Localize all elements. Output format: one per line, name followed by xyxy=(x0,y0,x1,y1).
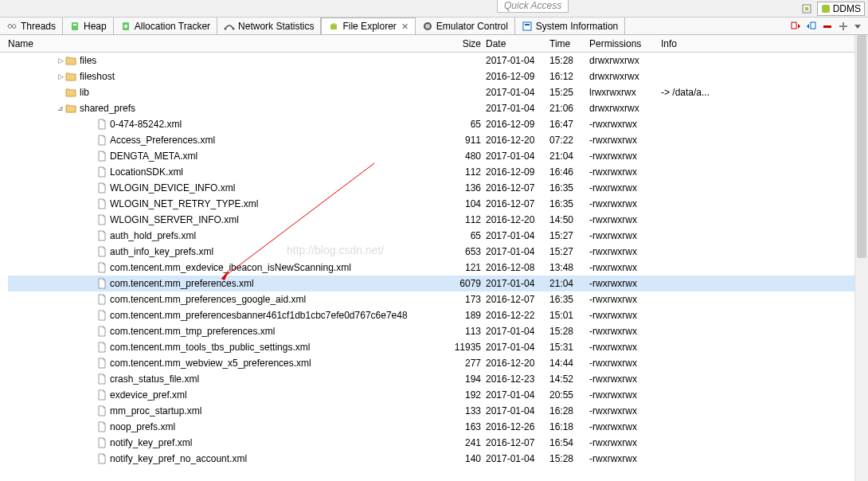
file-date: 2016-12-09 xyxy=(486,71,549,82)
file-permissions: -rwxrwxrwx xyxy=(589,326,661,337)
file-size: 113 xyxy=(446,326,486,337)
table-row[interactable]: crash_status_file.xml 194 2016-12-23 14:… xyxy=(8,371,868,387)
col-name-header[interactable]: Name xyxy=(8,38,446,49)
table-row[interactable]: mm_proc_startup.xml 133 2017-01-04 16:28… xyxy=(8,403,868,419)
file-icon xyxy=(97,182,107,194)
col-size-header[interactable]: Size xyxy=(446,38,486,49)
file-permissions: -rwxrwxrwx xyxy=(589,310,661,321)
col-info-header[interactable]: Info xyxy=(661,38,741,49)
expand-toggle[interactable]: ▷ xyxy=(56,57,65,65)
file-size: 121 xyxy=(446,262,486,273)
table-row[interactable]: exdevice_pref.xml 192 2017-01-04 20:55 -… xyxy=(8,387,868,403)
folder-icon xyxy=(65,72,76,81)
table-row[interactable]: notify_key_pref.xml 241 2016-12-07 16:54… xyxy=(8,435,868,451)
file-permissions: -rwxrwxrwx xyxy=(589,373,661,385)
delete-icon[interactable] xyxy=(822,21,833,32)
file-date: 2016-12-09 xyxy=(486,119,549,130)
table-row[interactable]: ▷ files 2017-01-04 15:28 drwxrwxrwx xyxy=(8,53,868,68)
file-time: 15:27 xyxy=(549,246,589,257)
file-icon xyxy=(97,437,107,448)
file-date: 2016-12-07 xyxy=(486,198,549,209)
file-name: auth_hold_prefs.xml xyxy=(110,230,196,241)
view-menu-icon[interactable] xyxy=(854,22,862,30)
table-row[interactable]: com.tencent.mm_tools_tbs_public_settings… xyxy=(8,339,868,355)
table-row[interactable]: ⊿ shared_prefs 2017-01-04 21:06 drwxrwxr… xyxy=(8,100,868,116)
tab-system-information[interactable]: System Information xyxy=(515,18,625,34)
file-name: noop_prefs.xml xyxy=(110,421,175,432)
file-date: 2016-12-20 xyxy=(486,358,549,369)
table-row[interactable]: com.tencent.mm_tmp_preferences.xml 113 2… xyxy=(8,323,868,339)
expand-toggle[interactable]: ▷ xyxy=(56,72,65,80)
table-row[interactable]: noop_prefs.xml 163 2016-12-26 16:18 -rwx… xyxy=(8,419,868,435)
table-row[interactable]: com.tencent.mm_preferences_google_aid.xm… xyxy=(8,291,868,307)
file-time: 16:35 xyxy=(549,198,589,209)
table-row[interactable]: WLOGIN_DEVICE_INFO.xml 136 2016-12-07 16… xyxy=(8,180,868,196)
pull-file-icon[interactable] xyxy=(790,21,801,32)
expand-toggle[interactable]: ⊿ xyxy=(56,104,65,112)
file-date: 2017-01-04 xyxy=(486,326,549,337)
table-row[interactable]: WLOGIN_NET_RETRY_TYPE.xml 104 2016-12-07… xyxy=(8,196,868,212)
tab-emulator-control[interactable]: Emulator Control xyxy=(416,18,515,34)
open-perspective-icon[interactable] xyxy=(801,3,812,14)
table-row[interactable]: lib 2017-01-04 15:25 lrwxrwxrwx -> /data… xyxy=(8,84,868,100)
table-row[interactable]: notify_key_pref_no_account.xml 140 2017-… xyxy=(8,451,868,467)
col-date-header[interactable]: Date xyxy=(486,38,549,49)
file-time: 21:04 xyxy=(549,278,589,289)
file-name: DENGTA_META.xml xyxy=(110,151,197,162)
tab-file-explorer[interactable]: File Explorer ✕ xyxy=(321,18,415,34)
vertical-scrollbar[interactable] xyxy=(854,35,868,481)
tab-heap[interactable]: Heap xyxy=(63,18,114,34)
allocation-icon xyxy=(120,21,131,32)
file-date: 2017-01-04 xyxy=(486,453,549,464)
network-icon xyxy=(224,21,235,32)
table-row[interactable]: Access_Preferences.xml 911 2016-12-20 07… xyxy=(8,132,868,148)
push-file-icon[interactable] xyxy=(806,21,817,32)
table-row[interactable]: auth_info_key_prefs.xml 653 2017-01-04 1… xyxy=(8,244,868,260)
svg-rect-20 xyxy=(839,25,847,27)
file-size: 163 xyxy=(446,421,486,432)
file-time: 16:54 xyxy=(549,437,589,448)
table-row[interactable]: com.tencent.mm_preferencesbanner461cf1db… xyxy=(8,307,868,323)
table-row[interactable]: com.tencent.mm_preferences.xml 6079 2017… xyxy=(8,276,868,291)
file-icon xyxy=(97,405,107,416)
tab-allocation-tracker[interactable]: Allocation Tracker xyxy=(114,18,217,34)
quick-access-field[interactable]: Quick Access xyxy=(497,0,569,13)
table-row[interactable]: com.tencent.mm_exdevice_ibeacon_isNewSca… xyxy=(8,260,868,276)
col-perm-header[interactable]: Permissions xyxy=(589,38,661,49)
table-row[interactable]: com.tencent.mm_webview_x5_preferences.xm… xyxy=(8,355,868,371)
tab-threads[interactable]: Threads xyxy=(0,18,63,34)
table-row[interactable]: auth_hold_prefs.xml 65 2017-01-04 15:27 … xyxy=(8,228,868,244)
file-time: 13:48 xyxy=(549,262,589,273)
file-permissions: -rwxrwxrwx xyxy=(589,389,661,401)
ddms-icon xyxy=(821,4,831,14)
file-icon xyxy=(97,214,107,225)
file-time: 15:28 xyxy=(549,55,589,66)
tab-network-statistics[interactable]: Network Statistics xyxy=(217,18,321,34)
file-date: 2017-01-04 xyxy=(486,342,549,353)
file-icon xyxy=(97,135,107,146)
android-icon xyxy=(328,21,339,32)
file-permissions: drwxrwxrwx xyxy=(589,103,661,114)
add-icon[interactable] xyxy=(838,21,849,32)
tab-strip: Threads Heap Allocation Tracker Network … xyxy=(0,18,868,35)
file-name: WLOGIN_DEVICE_INFO.xml xyxy=(110,182,235,194)
file-icon xyxy=(97,198,107,209)
col-time-header[interactable]: Time xyxy=(549,38,589,49)
file-size: 136 xyxy=(446,182,486,194)
table-row[interactable]: LocationSDK.xml 112 2016-12-09 16:46 -rw… xyxy=(8,164,868,180)
tab-label: Threads xyxy=(21,21,56,32)
table-row[interactable]: ▷ fileshost 2016-12-09 16:12 drwxrwxrwx xyxy=(8,68,868,84)
scroll-thumb[interactable] xyxy=(857,35,866,258)
svg-rect-1 xyxy=(805,7,808,10)
table-row[interactable]: WLOGIN_SERVER_INFO.xml 112 2016-12-20 14… xyxy=(8,212,868,228)
file-icon xyxy=(97,326,107,337)
table-row[interactable]: 0-474-85242.xml 65 2016-12-09 16:47 -rwx… xyxy=(8,116,868,132)
folder-icon xyxy=(65,56,76,65)
file-time: 16:18 xyxy=(549,421,589,432)
sysinfo-icon xyxy=(522,21,533,32)
file-size: 65 xyxy=(446,230,486,241)
file-size: 194 xyxy=(446,373,486,385)
tab-close-icon[interactable]: ✕ xyxy=(401,22,409,32)
table-row[interactable]: DENGTA_META.xml 480 2017-01-04 21:04 -rw… xyxy=(8,148,868,164)
ddms-perspective-button[interactable]: DDMS xyxy=(817,2,865,16)
